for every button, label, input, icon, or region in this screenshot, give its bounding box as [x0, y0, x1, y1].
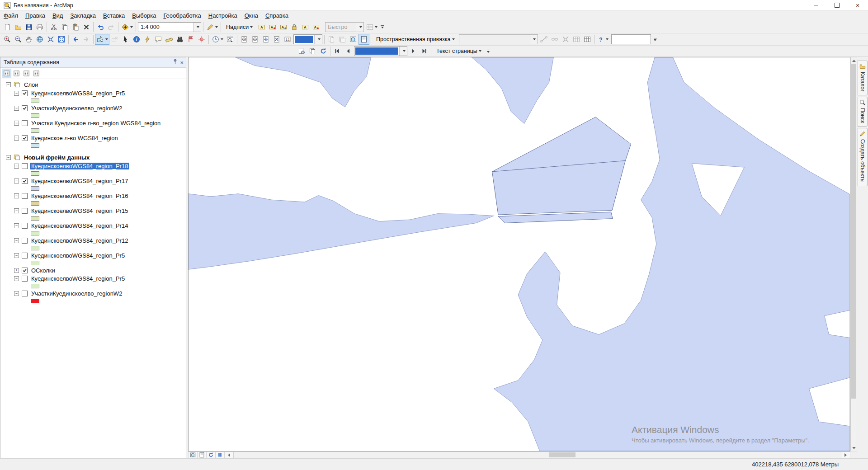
zoom-100-icon[interactable]: 1:1	[282, 34, 293, 45]
add-data-icon[interactable]	[120, 22, 134, 33]
layer-visibility-checkbox[interactable]	[22, 291, 28, 296]
layer-row[interactable]: −КуединскоелвоWGS84_region_Pr17	[0, 177, 186, 185]
delete-icon[interactable]	[81, 22, 92, 33]
layer-row[interactable]: −Куединское л-во WGS84_region	[0, 134, 186, 142]
zoom-out-page-icon[interactable]	[250, 34, 260, 45]
layer-symbol-swatch[interactable]	[31, 201, 39, 206]
layer-symbol-swatch[interactable]	[31, 143, 39, 148]
layer-visibility-checkbox[interactable]	[22, 276, 28, 282]
data-view-icon[interactable]	[348, 34, 359, 45]
layer-label[interactable]: КуединскоелвоWGS84_region_Pr14	[30, 222, 129, 229]
layer-symbol-swatch[interactable]	[31, 186, 39, 191]
quick-combo[interactable]: Быстро	[325, 22, 364, 32]
print-icon[interactable]	[34, 22, 45, 33]
editor-pencil-icon[interactable]	[205, 22, 219, 33]
collapse-icon[interactable]: −	[14, 208, 19, 213]
expand-icon[interactable]: +	[14, 268, 19, 273]
layer-row[interactable]: −КуединскоелвоWGS84_region_Pr16	[0, 192, 186, 200]
page-name-combo[interactable]	[354, 46, 407, 56]
map-canvas[interactable]: Активация Windows Чтобы активировать Win…	[188, 57, 850, 451]
label-priority-icon[interactable]: A	[267, 22, 278, 33]
scroll-up-icon[interactable]	[851, 57, 857, 64]
poly-top-middle[interactable]	[472, 57, 553, 124]
redo-icon[interactable]	[106, 22, 117, 33]
focus-data-frame-icon[interactable]	[337, 34, 348, 45]
full-page-icon[interactable]	[271, 34, 282, 45]
layer-symbol-swatch[interactable]	[31, 261, 39, 265]
full-extent-icon[interactable]	[34, 34, 45, 45]
layer-visibility-checkbox[interactable]	[22, 253, 28, 258]
toc-list-by-visibility-button[interactable]	[22, 69, 31, 78]
ddp-pages-icon[interactable]	[307, 46, 318, 56]
layer-row[interactable]: −Участки Куединское л-во_region WGS84_re…	[0, 119, 186, 127]
toolbar1-options-icon[interactable]	[379, 22, 386, 33]
menu-item-2[interactable]: Вид	[49, 11, 67, 19]
open-document-icon[interactable]	[13, 22, 24, 33]
label-weight-icon[interactable]: A	[278, 22, 289, 33]
label-pause-icon[interactable]: A	[300, 22, 311, 33]
viewer-window-icon[interactable]	[225, 34, 236, 45]
layer-row[interactable]: −КуединскоелвоWGS84_region_Pr5	[0, 89, 186, 97]
labels-menu[interactable]: Надписи	[222, 22, 256, 33]
forward-extent-icon[interactable]	[81, 34, 92, 45]
map-vertical-scrollbar[interactable]	[850, 57, 857, 451]
find-icon[interactable]	[175, 34, 185, 45]
vertical-scroll-thumb[interactable]	[851, 64, 856, 399]
page-text-menu[interactable]: Текст страницы	[433, 46, 485, 56]
collapse-icon[interactable]: −	[14, 136, 19, 141]
pin-icon[interactable]	[172, 58, 178, 66]
layer-visibility-checkbox[interactable]	[22, 178, 28, 184]
measure-icon[interactable]	[164, 34, 175, 45]
collapse-icon[interactable]: −	[14, 164, 19, 169]
toolbar3-options-icon[interactable]	[485, 46, 492, 56]
layer-row[interactable]: −КуединскоелвоWGS84_region_Pr5	[0, 274, 186, 282]
toc-options-button[interactable]	[32, 69, 41, 78]
data-view-small-icon[interactable]	[189, 452, 198, 458]
zoom-in-icon[interactable]	[2, 34, 13, 45]
refresh-small-icon[interactable]	[207, 452, 216, 458]
horizontal-scroll-track[interactable]	[234, 452, 841, 458]
toc-close-icon[interactable]: ×	[180, 59, 184, 66]
georef-layer-combo[interactable]	[459, 34, 538, 44]
copy-icon[interactable]	[59, 22, 70, 33]
find-route-icon[interactable]	[185, 34, 196, 45]
layer-visibility-checkbox[interactable]	[22, 163, 28, 169]
time-slider-icon[interactable]	[210, 34, 225, 45]
layer-label[interactable]: ОСколки	[30, 267, 57, 274]
collapse-icon[interactable]: −	[14, 106, 19, 111]
label-manager-icon[interactable]: A	[256, 22, 267, 33]
layer-label[interactable]: КуединскоелвоWGS84_region_Pr15	[30, 207, 129, 214]
horizontal-scroll-thumb[interactable]	[549, 452, 576, 457]
label-lock-icon[interactable]	[289, 22, 300, 33]
close-button[interactable]: ×	[847, 0, 868, 10]
select-features-icon[interactable]	[95, 34, 109, 45]
scroll-left-icon[interactable]	[225, 452, 234, 458]
dock-tab-1[interactable]: Поиск	[857, 97, 868, 127]
toggle-draft-icon[interactable]	[326, 34, 337, 45]
layout-view-small-icon[interactable]	[198, 452, 207, 458]
layer-visibility-checkbox[interactable]	[22, 105, 28, 111]
layer-row[interactable]: −КуединскоелвоWGS84_region_Pr18	[0, 162, 186, 170]
cut-icon[interactable]	[48, 22, 59, 33]
georef-rotate-icon[interactable]	[560, 34, 571, 45]
collapse-icon[interactable]: −	[14, 291, 19, 296]
layout-view-icon[interactable]	[359, 34, 369, 45]
collapse-icon[interactable]: −	[14, 238, 19, 243]
layer-symbol-swatch[interactable]	[31, 113, 39, 118]
poly-top-left[interactable]	[236, 57, 371, 107]
identify-icon[interactable]: i	[131, 34, 142, 45]
layer-label[interactable]: КуединскоелвоWGS84_region_Pr12	[30, 237, 129, 244]
layout-zoom-combo[interactable]	[293, 34, 322, 44]
maximize-button[interactable]	[826, 0, 847, 10]
ddp-refresh-icon[interactable]	[318, 46, 329, 56]
layer-symbol-swatch[interactable]	[31, 128, 39, 133]
go-to-xy-icon[interactable]	[196, 34, 207, 45]
layer-label[interactable]: Куединское л-во WGS84_region	[30, 135, 119, 141]
collapse-icon[interactable]: −	[14, 179, 19, 183]
prev-page-icon[interactable]	[343, 46, 354, 56]
menu-item-1[interactable]: Правка	[22, 11, 49, 19]
layer-label[interactable]: КуединскоелвоWGS84_region_Pr18	[30, 163, 129, 169]
scale-combo[interactable]: 1:4 000	[138, 22, 201, 32]
georef-transform-icon[interactable]	[571, 34, 582, 45]
poly-west-band[interactable]	[189, 194, 494, 269]
